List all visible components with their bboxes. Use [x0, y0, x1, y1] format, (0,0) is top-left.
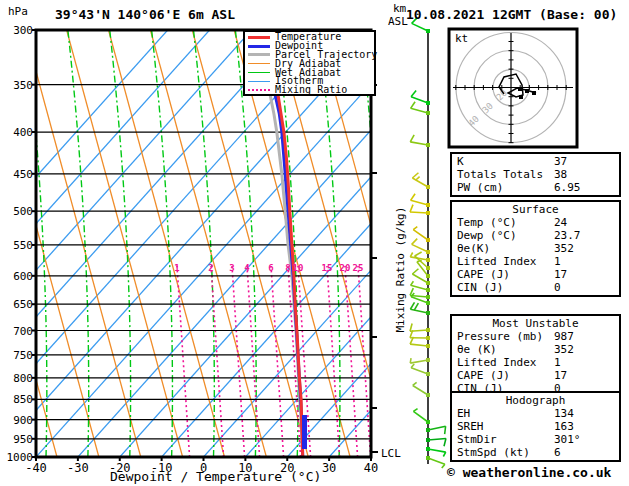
pressure-tick-label: 800	[5, 372, 33, 385]
panel-indices: K37Totals Totals38PW (cm)6.95	[450, 152, 621, 197]
row-value: 6	[554, 446, 561, 459]
table-row: EH134	[452, 407, 619, 420]
row-value: 6.95	[554, 181, 581, 194]
dry-adiabat-line	[67, 30, 183, 457]
hodograph: 203040	[449, 29, 577, 147]
wind-barb	[411, 364, 430, 376]
mixing-ratio-value: 4	[244, 263, 249, 273]
wet-adiabat-line	[194, 30, 215, 457]
dry-adiabat-line	[25, 30, 141, 457]
wet-adiabat-line	[110, 30, 131, 457]
pressure-tick-label: 900	[5, 414, 33, 427]
panel-title: Hodograph	[452, 394, 619, 407]
pressure-tick-label: 500	[5, 205, 33, 218]
mixing-ratio-value: 1	[174, 263, 179, 273]
table-row: θe(K)352	[452, 242, 619, 255]
altitude-unit-km: km	[393, 2, 406, 15]
row-label: K	[457, 155, 554, 168]
pressure-tick-label: 850	[5, 393, 33, 406]
temp-tick-label: -40	[15, 461, 57, 475]
row-label: StmSpd (kt)	[457, 446, 554, 459]
pressure-tick-label: 450	[5, 168, 33, 181]
mixing-ratio-line	[232, 266, 245, 457]
row-label: CAPE (J)	[457, 268, 554, 281]
row-value: 352	[554, 343, 574, 356]
pressure-tick-label: 750	[5, 349, 33, 362]
row-label: Lifted Index	[457, 356, 554, 369]
pressure-tick-label: 700	[5, 325, 33, 338]
row-label: Temp (°C)	[457, 216, 554, 229]
table-row: K37	[452, 155, 619, 168]
row-value: 301°	[554, 433, 581, 446]
table-row: Temp (°C)24	[452, 216, 619, 229]
isotherm-swatch-icon	[248, 81, 270, 82]
row-label: SREH	[457, 420, 554, 433]
mixing-ratio-axis-label: Mixing Ratio (g/kg)	[394, 213, 407, 333]
panel-surface: SurfaceTemp (°C)24Dewp (°C)23.7θe(K)352L…	[450, 200, 621, 297]
dewpoint-swatch-icon	[248, 45, 270, 48]
panel-hodograph: HodographEH134SREH163StmDir301°StmSpd (k…	[450, 391, 621, 462]
table-row: CAPE (J)17	[452, 369, 619, 382]
row-label: CIN (J)	[457, 281, 554, 294]
pressure-tick-label: 550	[5, 239, 33, 252]
row-label: StmDir	[457, 433, 554, 446]
table-row: Dewp (°C)23.7	[452, 229, 619, 242]
row-value: 24	[554, 216, 567, 229]
mixing-ratio-swatch-icon	[248, 89, 270, 91]
row-value: 987	[554, 330, 574, 343]
hodograph-unit-label: kt	[455, 32, 468, 45]
row-value: 23.7	[554, 229, 581, 242]
pressure-unit-label: hPa	[8, 5, 28, 18]
hodograph-marker	[518, 87, 522, 91]
row-label: θe(K)	[457, 242, 554, 255]
dewpoint-surface-bar	[302, 415, 307, 449]
pressure-tick-label: 300	[5, 24, 33, 37]
hodograph-marker	[519, 95, 523, 99]
pressure-tick-label: 400	[5, 126, 33, 139]
panel-title: Surface	[452, 203, 619, 216]
mixing-ratio-line	[345, 266, 358, 457]
row-value: 134	[554, 407, 574, 420]
table-row: PW (cm)6.95	[452, 181, 619, 194]
row-label: PW (cm)	[457, 181, 554, 194]
mixing-ratio-value: 20	[340, 263, 351, 273]
table-row: SREH163	[452, 420, 619, 433]
table-row: Lifted Index1	[452, 255, 619, 268]
row-value: 352	[554, 242, 574, 255]
row-value: 1	[554, 356, 561, 369]
table-row: CAPE (J)17	[452, 268, 619, 281]
hodograph-marker	[532, 91, 536, 95]
table-row: CIN (J)0	[452, 281, 619, 294]
table-row: θe (K)352	[452, 343, 619, 356]
table-row: StmDir301°	[452, 433, 619, 446]
wind-barb	[426, 426, 446, 434]
row-label: Totals Totals	[457, 168, 554, 181]
mixing-ratio-line	[247, 266, 260, 457]
table-row: Lifted Index1	[452, 356, 619, 369]
dry-adiabat-swatch-icon	[248, 63, 270, 64]
x-axis-title: Dewpoint / Temperature (°C)	[110, 469, 321, 484]
table-row: Pressure (mb)987	[452, 330, 619, 343]
mixing-ratio-value: 8	[285, 263, 290, 273]
pressure-tick-label: 950	[5, 433, 33, 446]
row-label: Lifted Index	[457, 255, 554, 268]
parcel-trajectory-swatch-icon	[248, 53, 270, 56]
wind-barb	[426, 438, 446, 446]
legend-item: Mixing Ratio	[248, 86, 372, 95]
row-label: EH	[457, 407, 554, 420]
panel-most-unstable: Most UnstablePressure (mb)987θe (K)352Li…	[450, 314, 621, 398]
pressure-tick-label: 350	[5, 79, 33, 92]
legend-label: Mixing Ratio	[275, 86, 347, 94]
mixing-ratio-value: 25	[353, 263, 364, 273]
row-label: Pressure (mb)	[457, 330, 554, 343]
hodograph-marker	[525, 89, 529, 93]
mixing-ratio-value: 10	[293, 263, 304, 273]
pressure-tick-label: 600	[5, 270, 33, 283]
wind-barb	[410, 358, 430, 363]
copyright-link[interactable]: © weatheronline.co.uk	[447, 465, 611, 480]
row-label: Dewp (°C)	[457, 229, 554, 242]
skewt-sounding-page: 203040 hPa 39°43'N 140°06'E 6m ASL 10.08…	[0, 0, 629, 486]
wind-barb	[410, 135, 430, 147]
mixing-ratio-value: 2	[208, 263, 213, 273]
mixing-ratio-line	[327, 266, 340, 457]
